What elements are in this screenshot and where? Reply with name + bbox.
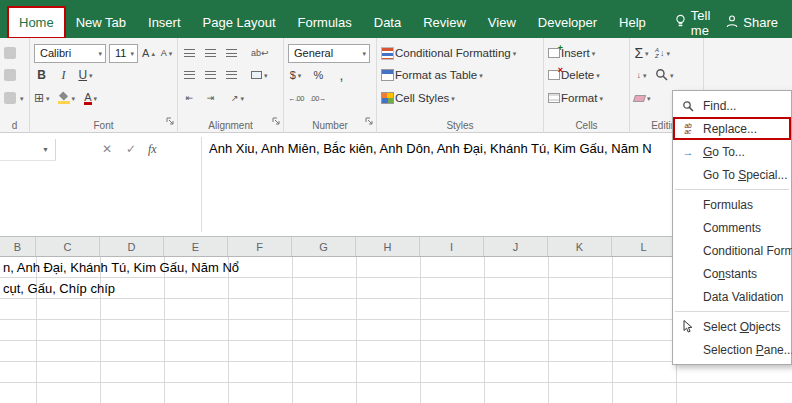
clipboard-group: ▾ d [0, 38, 30, 133]
merge-center-button[interactable]: ▾ [251, 66, 268, 84]
enter-button[interactable]: ✓ [126, 142, 136, 156]
chevron-down-icon: ▾ [513, 50, 517, 57]
clear-button[interactable]: ▾ [634, 89, 651, 107]
top-align-button[interactable] [182, 44, 197, 62]
format-painter-icon-fragment [4, 92, 16, 104]
find-select-menu: Find... abac Replace... → Go To... Go To… [672, 90, 792, 365]
number-dialog-launcher[interactable] [365, 112, 374, 130]
align-left-button[interactable] [182, 66, 197, 84]
cancel-button[interactable]: ✕ [102, 142, 112, 156]
font-group: Calibri ▾ 11 ▾ A▴ A▾ B I U▾ ⊞▾ ▾ A▾ Fo [30, 38, 178, 133]
alignment-dialog-launcher[interactable] [272, 112, 281, 130]
middle-align-button[interactable] [203, 44, 218, 62]
chevron-down-icon: ▾ [362, 50, 366, 57]
increase-font-size-button[interactable]: A▴ [141, 44, 156, 62]
font-color-button[interactable]: A▾ [83, 89, 98, 107]
menu-item-comments[interactable]: Comments [673, 216, 791, 239]
sort-filter-button[interactable]: AZ↓▾ [655, 44, 670, 62]
column-header-h[interactable]: H [356, 237, 420, 256]
font-dialog-launcher[interactable] [166, 112, 175, 130]
find-select-button[interactable]: ▾ [655, 66, 674, 84]
conditional-formatting-button[interactable]: Conditional Formatting▾ [381, 44, 516, 62]
cell-styles-button[interactable]: Cell Styles▾ [381, 89, 455, 107]
fill-color-button[interactable]: ▾ [58, 89, 76, 107]
menu-item-go-to[interactable]: → Go To... [673, 140, 791, 163]
column-header-d[interactable]: D [100, 237, 164, 256]
cell-row-2[interactable]: cụt, Gấu, Chíp chíp [3, 278, 115, 299]
tab-formulas[interactable]: Formulas [287, 7, 363, 38]
decrease-indent-button[interactable]: ⇤ [182, 89, 197, 107]
bold-button[interactable]: B [34, 66, 49, 84]
tab-help[interactable]: Help [608, 7, 657, 38]
increase-indent-button[interactable]: ⇥ [203, 89, 218, 107]
tab-developer[interactable]: Developer [527, 7, 608, 38]
insert-cells-button[interactable]: Insert▾ [548, 44, 595, 62]
share-button[interactable]: Share [718, 7, 786, 38]
tab-data[interactable]: Data [363, 7, 412, 38]
menu-item-go-to-special[interactable]: Go To Special... [673, 163, 791, 186]
menu-item-formulas[interactable]: Formulas [673, 193, 791, 216]
align-right-button[interactable] [224, 66, 239, 84]
column-header-g[interactable]: G [292, 237, 356, 256]
tab-review[interactable]: Review [412, 7, 477, 38]
column-header-b[interactable]: B [0, 237, 36, 256]
column-header-k[interactable]: K [548, 237, 612, 256]
number-group-label: Number [284, 120, 376, 131]
autosum-button[interactable]: Σ▾ [634, 44, 649, 62]
name-box[interactable]: ▼ [0, 139, 56, 161]
column-header-e[interactable]: E [164, 237, 228, 256]
tell-me-label: Tell me [691, 8, 711, 38]
format-as-table-button[interactable]: Format as Table▾ [381, 66, 483, 84]
orientation-button[interactable]: ↗▾ [230, 89, 245, 107]
menu-item-data-validation[interactable]: Data Validation [673, 285, 791, 308]
menu-item-select-objects[interactable]: Select Objects [673, 315, 791, 338]
font-name-combo[interactable]: Calibri ▾ [34, 44, 106, 63]
center-button[interactable] [203, 66, 218, 84]
cell-row-1[interactable]: n, Anh Đại, Khánh Tú, Kim Gấu, Năm Nổ [3, 257, 239, 278]
tab-view[interactable]: View [477, 7, 527, 38]
increase-decimal-icon: ←.00 [288, 94, 304, 103]
accounting-format-button[interactable]: $▾ [288, 66, 303, 84]
menu-item-constants[interactable]: Constants [673, 262, 791, 285]
font-size-combo[interactable]: 11 ▾ [109, 44, 138, 63]
italic-button[interactable]: I [56, 66, 71, 84]
number-format-combo[interactable]: General ▾ [288, 44, 370, 63]
tab-new-tab[interactable]: New Tab [65, 7, 137, 38]
format-cells-button[interactable]: Format▾ [548, 89, 603, 107]
insert-function-button[interactable]: fx [148, 142, 157, 157]
tell-me-button[interactable]: Tell me [667, 7, 719, 38]
chevron-down-icon: ▾ [599, 95, 603, 102]
column-header-j[interactable]: J [484, 237, 548, 256]
decrease-decimal-button[interactable]: .00→ [310, 89, 326, 107]
tab-home[interactable]: Home [8, 7, 65, 38]
menu-separator [675, 311, 789, 312]
borders-button[interactable]: ⊞▾ [34, 89, 50, 107]
menu-item-find[interactable]: Find... [673, 94, 791, 117]
tab-insert[interactable]: Insert [137, 7, 192, 38]
menu-item-label: Replace... [703, 122, 757, 136]
tab-page-layout[interactable]: Page Layout [192, 7, 287, 38]
grid-vertical-line [548, 257, 549, 403]
font-color-icon: A [84, 92, 91, 105]
wrap-text-button[interactable]: ab↩ [251, 44, 269, 62]
fill-button[interactable]: ↓▾ [634, 66, 649, 84]
column-header-c[interactable]: C [36, 237, 100, 256]
column-header-i[interactable]: I [420, 237, 484, 256]
delete-cells-button[interactable]: Delete▾ [548, 66, 600, 84]
chevron-down-icon: ▾ [89, 72, 93, 79]
increase-decimal-button[interactable]: ←.00 [288, 89, 304, 107]
decrease-font-size-button[interactable]: A▾ [159, 44, 174, 62]
bottom-align-button[interactable] [224, 44, 239, 62]
column-header-f[interactable]: F [228, 237, 292, 256]
column-header-l[interactable]: L [612, 237, 676, 256]
menu-item-replace[interactable]: abac Replace... [673, 117, 791, 140]
align-lines-icon [205, 49, 216, 57]
chevron-down-icon: ▾ [647, 95, 651, 102]
comma-style-button[interactable]: , [334, 66, 349, 84]
menu-item-selection-pane[interactable]: Selection Pane... [673, 338, 791, 361]
underline-button[interactable]: U▾ [78, 66, 93, 84]
grid-vertical-line [356, 257, 357, 403]
insert-label: Insert [561, 47, 590, 59]
percent-style-button[interactable]: % [311, 66, 326, 84]
menu-item-conditional-formatting[interactable]: Conditional Formatting [673, 239, 791, 262]
